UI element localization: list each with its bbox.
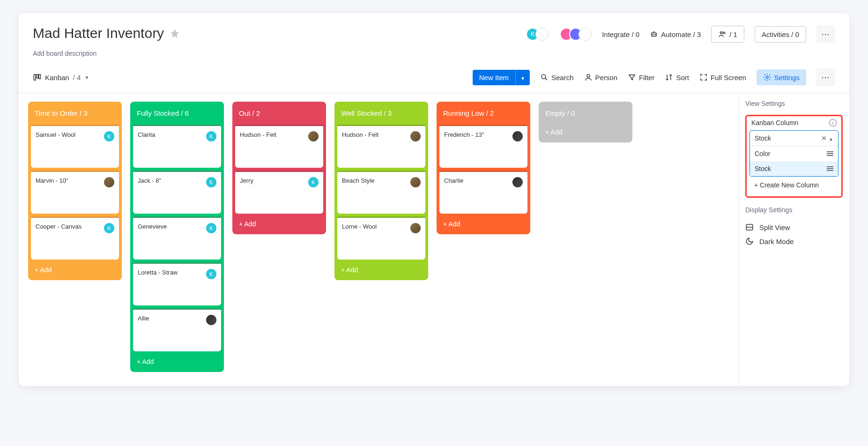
- kanban-column: Running Low / 2Frederich - 13"Charlie+ A…: [437, 102, 530, 234]
- kanban-card[interactable]: JerryK: [235, 171, 323, 214]
- person-filter[interactable]: Person: [584, 73, 618, 82]
- card-title: Genevieve: [138, 223, 167, 230]
- split-view-icon: [745, 223, 754, 231]
- dropdown-option-stock[interactable]: Stock: [750, 161, 838, 176]
- settings-button[interactable]: Settings: [757, 69, 806, 85]
- column-header[interactable]: Well Stocked / 3: [337, 104, 425, 122]
- search-button[interactable]: Search: [540, 73, 574, 82]
- moon-icon: [745, 237, 754, 245]
- info-icon[interactable]: i: [829, 119, 837, 126]
- card-title: Jerry: [240, 177, 253, 184]
- header-avatar-cluster[interactable]: K: [530, 28, 549, 41]
- view-selector[interactable]: Kanban / 4 ▼: [33, 73, 89, 82]
- assignee-avatar[interactable]: [512, 131, 523, 141]
- column-header[interactable]: Out / 2: [235, 104, 323, 122]
- add-card-button[interactable]: + Add: [133, 354, 221, 369]
- dropdown-option-color[interactable]: Color: [750, 146, 838, 161]
- dark-mode-toggle[interactable]: Dark Mode: [745, 234, 843, 248]
- card-title: Hudson - Felt: [342, 131, 378, 138]
- assignee-avatar[interactable]: [104, 177, 114, 187]
- kanban-column-section: Kanban Column i Stock ✕▲ Color St: [745, 115, 843, 198]
- sort-icon: [665, 73, 673, 82]
- kanban-card[interactable]: Samuel - WoolK: [31, 125, 119, 168]
- new-item-dropdown[interactable]: ▼: [515, 70, 530, 85]
- assignee-avatar[interactable]: [410, 131, 421, 141]
- kanban-column: Fully Stocked / 6ClaritaKJack - 8"KGenev…: [130, 102, 224, 372]
- new-item-button[interactable]: New Item ▼: [473, 70, 530, 85]
- more-menu-button[interactable]: ⋯: [816, 25, 835, 43]
- split-view-toggle[interactable]: Split View: [745, 220, 843, 234]
- kanban-card[interactable]: Lorne - Wool: [337, 216, 425, 260]
- kanban-card[interactable]: Loretta - StrawK: [133, 262, 221, 305]
- card-title: Clarita: [138, 131, 156, 138]
- kanban-card[interactable]: Marvin - 10": [31, 171, 119, 214]
- clear-icon[interactable]: ✕: [821, 134, 827, 142]
- assignee-avatar[interactable]: [308, 131, 319, 141]
- kanban-card[interactable]: GenevieveK: [133, 216, 221, 260]
- filter-button[interactable]: Filter: [628, 73, 654, 82]
- assignee-avatar[interactable]: K: [206, 131, 216, 141]
- kanban-card[interactable]: Beach Style: [337, 171, 425, 214]
- display-settings-title: Display Settings: [745, 206, 843, 214]
- kanban-card[interactable]: Charlie: [439, 171, 527, 214]
- drag-handle-icon[interactable]: [827, 166, 833, 171]
- fullscreen-button[interactable]: Full Screen: [699, 73, 746, 82]
- add-card-button[interactable]: + Add: [235, 216, 323, 231]
- integration-icons[interactable]: [564, 28, 592, 41]
- card-title: Loretta - Straw: [138, 269, 178, 276]
- board-description[interactable]: Add board description: [19, 50, 849, 57]
- column-header[interactable]: Time to Order / 3: [31, 104, 119, 122]
- assignee-avatar[interactable]: K: [308, 177, 319, 187]
- toolbar-more-button[interactable]: ⋯: [816, 68, 835, 86]
- add-card-button[interactable]: + Add: [337, 262, 425, 277]
- favorite-star-icon[interactable]: [170, 28, 180, 38]
- kanban-card[interactable]: Frederich - 13": [439, 125, 527, 168]
- kanban-column: Empty / 0+ Add: [539, 102, 632, 142]
- assignee-avatar[interactable]: K: [104, 223, 114, 233]
- assignee-avatar[interactable]: [512, 177, 523, 187]
- assignee-avatar[interactable]: K: [104, 131, 114, 141]
- kanban-column: Well Stocked / 3Hudson - FeltBeach Style…: [334, 102, 428, 280]
- svg-point-1: [653, 34, 653, 35]
- drag-handle-icon[interactable]: [827, 151, 833, 156]
- column-header[interactable]: Empty / 0: [542, 104, 630, 122]
- integrate-link[interactable]: Integrate / 0: [602, 30, 639, 38]
- column-dropdown[interactable]: Stock ✕▲ Color Stock: [749, 130, 838, 177]
- kanban-card[interactable]: Allie: [133, 308, 221, 351]
- svg-rect-6: [34, 74, 36, 80]
- person-icon: [584, 73, 593, 82]
- svg-point-4: [720, 32, 723, 34]
- svg-rect-8: [39, 74, 41, 79]
- sort-button[interactable]: Sort: [665, 73, 689, 82]
- kanban-icon: [33, 73, 41, 82]
- kanban-card[interactable]: Hudson - Felt: [235, 125, 323, 168]
- activities-button[interactable]: Activities / 0: [755, 26, 806, 43]
- assignee-avatar[interactable]: [410, 223, 421, 233]
- create-new-column[interactable]: + Create New Column: [749, 177, 838, 193]
- assignee-avatar[interactable]: K: [206, 269, 216, 279]
- card-title: Lorne - Wool: [342, 223, 377, 230]
- column-header[interactable]: Fully Stocked / 6: [133, 104, 221, 122]
- kanban-card[interactable]: Jack - 8"K: [133, 171, 221, 214]
- add-card-button[interactable]: + Add: [439, 216, 527, 231]
- fullscreen-icon: [699, 73, 708, 82]
- card-title: Frederich - 13": [444, 131, 484, 138]
- card-title: Samuel - Wool: [36, 131, 75, 138]
- assignee-avatar[interactable]: [410, 177, 421, 187]
- kanban-card[interactable]: Hudson - Felt: [337, 125, 425, 168]
- page-title: Mad Hatter Inventory: [33, 25, 164, 41]
- kanban-card[interactable]: Cooper - CanvasK: [31, 216, 119, 260]
- robot-icon: [650, 30, 658, 38]
- members-button[interactable]: / 1: [711, 26, 744, 43]
- assignee-avatar[interactable]: K: [206, 177, 216, 187]
- automate-link[interactable]: Automate / 3: [650, 30, 701, 38]
- kanban-board: Time to Order / 3Samuel - WoolKMarvin - …: [19, 93, 849, 386]
- add-card-button[interactable]: + Add: [31, 262, 119, 277]
- assignee-avatar[interactable]: [206, 315, 216, 325]
- assignee-avatar[interactable]: K: [206, 223, 216, 233]
- column-header[interactable]: Running Low / 2: [439, 104, 527, 122]
- card-title: Hudson - Felt: [240, 131, 276, 138]
- card-title: Marvin - 10": [36, 177, 68, 184]
- add-card-button[interactable]: + Add: [542, 125, 630, 140]
- kanban-card[interactable]: ClaritaK: [133, 125, 221, 168]
